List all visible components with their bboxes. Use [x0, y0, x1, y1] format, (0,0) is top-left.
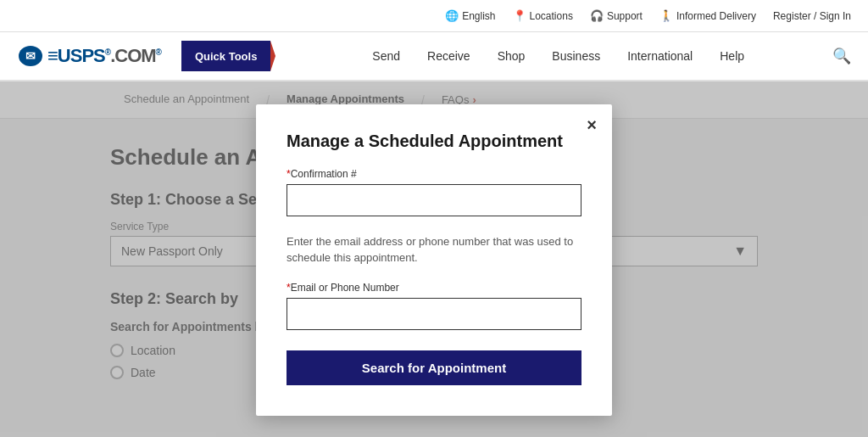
pin-icon: 📍 — [513, 9, 526, 22]
globe-icon: 🌐 — [445, 9, 459, 22]
support-label: Support — [607, 10, 643, 22]
nav-receive[interactable]: Receive — [427, 49, 470, 63]
support-link[interactable]: 🎧 Support — [590, 9, 643, 22]
delivery-icon: 🚶 — [659, 9, 673, 22]
nav-links: Send Receive Shop Business International… — [284, 49, 832, 63]
email-phone-input[interactable] — [287, 298, 581, 330]
search-icon[interactable]: 🔍 — [832, 47, 851, 65]
eagle-icon: ✉ — [17, 44, 44, 68]
modal-title: Manage a Scheduled Appointment — [287, 132, 581, 151]
nav-business[interactable]: Business — [552, 49, 600, 63]
informed-delivery-link[interactable]: 🚶 Informed Delivery — [659, 9, 756, 22]
confirmation-input[interactable] — [287, 184, 581, 216]
english-selector[interactable]: 🌐 English — [445, 9, 495, 22]
email-label-text: Email or Phone Number — [291, 282, 399, 294]
confirmation-label-text: Confirmation # — [291, 168, 357, 180]
modal-description: Enter the email address or phone number … — [287, 233, 581, 266]
nav-help[interactable]: Help — [720, 49, 744, 63]
register-label: Register / Sign In — [773, 10, 851, 22]
confirmation-label: *Confirmation # — [287, 168, 581, 180]
page-wrapper: Schedule an Appointment / Manage Appoint… — [0, 81, 868, 437]
quick-tools-button[interactable]: Quick Tools — [181, 41, 270, 71]
nav-international[interactable]: International — [627, 49, 693, 63]
main-nav: ✉ ≡USPS®.COM® Quick Tools Send Receive S… — [0, 32, 868, 81]
modal: × Manage a Scheduled Appointment *Confir… — [256, 104, 612, 416]
top-bar: 🌐 English 📍 Locations 🎧 Support 🚶 Inform… — [0, 0, 868, 32]
informed-label: Informed Delivery — [676, 10, 756, 22]
search-appointment-button[interactable]: Search for Appointment — [287, 350, 581, 385]
nav-send[interactable]: Send — [372, 49, 400, 63]
logo-usps-text: ≡USPS®.COM® — [47, 45, 161, 67]
register-link[interactable]: Register / Sign In — [773, 10, 851, 22]
locations-link[interactable]: 📍 Locations — [513, 9, 573, 22]
logo[interactable]: ✉ ≡USPS®.COM® — [17, 44, 161, 68]
email-phone-label: *Email or Phone Number — [287, 282, 581, 294]
svg-text:✉: ✉ — [25, 49, 36, 63]
locations-label: Locations — [530, 10, 573, 22]
english-label: English — [462, 10, 495, 22]
headset-icon: 🎧 — [590, 9, 604, 22]
modal-backdrop: × Manage a Scheduled Appointment *Confir… — [0, 81, 868, 437]
nav-shop[interactable]: Shop — [498, 49, 526, 63]
modal-close-button[interactable]: × — [587, 116, 597, 133]
